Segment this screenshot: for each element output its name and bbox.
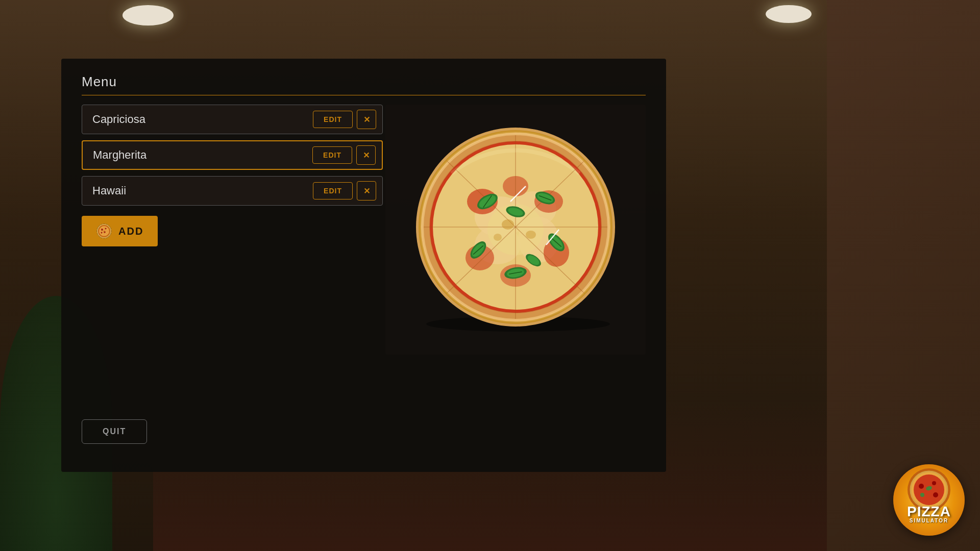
logo-text-simulator: SIMULATOR <box>910 518 949 523</box>
svg-point-56 <box>526 231 536 239</box>
edit-button-margherita[interactable]: EDIT <box>312 146 352 164</box>
pizza-preview-panel <box>385 105 646 355</box>
add-pizza-button[interactable]: ADD <box>82 216 158 246</box>
menu-item-name-margherita: Margherita <box>83 148 312 162</box>
x-icon-margherita: ✕ <box>363 151 370 160</box>
add-button-label: ADD <box>118 226 143 237</box>
x-icon-hawaii: ✕ <box>363 186 370 196</box>
pizza-simulator-logo: PIZZA SIMULATOR <box>893 464 965 536</box>
menu-item-hawaii[interactable]: Hawaii EDIT ✕ <box>82 176 383 206</box>
edit-button-capriciosa[interactable]: EDIT <box>313 111 353 128</box>
svg-point-3 <box>101 229 103 231</box>
delete-button-hawaii[interactable]: ✕ <box>357 181 376 201</box>
menu-item-name-capriciosa: Capriciosa <box>82 113 313 126</box>
svg-point-65 <box>933 492 938 497</box>
menu-item-margherita[interactable]: Margherita EDIT ✕ <box>82 140 383 170</box>
svg-point-55 <box>502 219 514 230</box>
svg-point-64 <box>932 481 936 485</box>
ceiling-lamp-left <box>122 5 174 26</box>
delete-button-capriciosa[interactable]: ✕ <box>357 110 376 129</box>
ceiling-lamp-right <box>766 5 812 23</box>
svg-point-57 <box>494 234 502 241</box>
menu-item-actions-hawaii: EDIT ✕ <box>313 181 382 201</box>
svg-point-66 <box>920 493 924 497</box>
x-icon-capriciosa: ✕ <box>363 115 370 124</box>
menu-item-name-hawaii: Hawaii <box>82 184 313 197</box>
pizza-add-icon <box>96 223 112 239</box>
menu-list: Capriciosa EDIT ✕ Margherita EDIT ✕ Hawa… <box>82 105 383 246</box>
modal-title: Menu <box>82 74 646 90</box>
pizza-image <box>408 122 623 337</box>
menu-item-actions-capriciosa: EDIT ✕ <box>313 110 382 129</box>
modal-header: Menu <box>82 74 646 95</box>
menu-item-actions-margherita: EDIT ✕ <box>312 145 382 165</box>
quit-button[interactable]: QUIT <box>82 419 147 444</box>
logo-circle: PIZZA SIMULATOR <box>893 464 965 536</box>
main-modal: Menu Capriciosa EDIT ✕ Margherita EDIT ✕ <box>61 59 666 472</box>
title-divider <box>82 95 646 95</box>
edit-button-hawaii[interactable]: EDIT <box>313 182 353 199</box>
delete-button-margherita[interactable]: ✕ <box>356 145 376 165</box>
svg-point-63 <box>919 484 924 489</box>
menu-item-capriciosa[interactable]: Capriciosa EDIT ✕ <box>82 105 383 134</box>
